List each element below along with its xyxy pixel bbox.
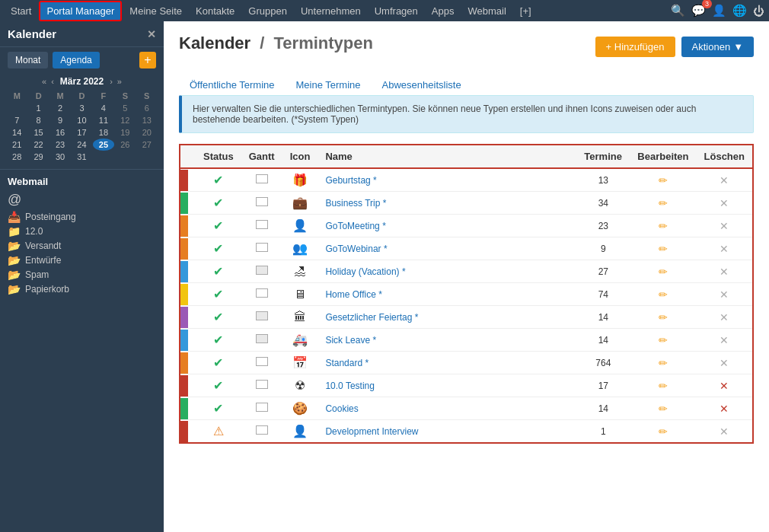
row-edit-button-1[interactable]: ✏: [630, 192, 696, 215]
row-name-3[interactable]: GoToWebinar *: [317, 237, 576, 260]
cal-day-13[interactable]: 13: [136, 114, 158, 126]
row-delete-button-0[interactable]: ✕: [697, 168, 753, 192]
nav-portal-manager[interactable]: Portal Manager: [39, 1, 122, 21]
cal-day-7[interactable]: 7: [6, 114, 27, 126]
cal-day-30[interactable]: 30: [49, 151, 71, 163]
cal-day-1[interactable]: 1: [27, 102, 49, 114]
add-calendar-event-button[interactable]: +: [139, 52, 156, 68]
row-edit-button-7[interactable]: ✏: [630, 329, 696, 352]
row-delete-button-9[interactable]: ✕: [697, 374, 753, 397]
nav-unternehmen[interactable]: Unternehmen: [295, 2, 367, 20]
cal-day-11[interactable]: 11: [93, 114, 114, 126]
row-delete-button-5[interactable]: ✕: [697, 283, 753, 306]
cal-day-16[interactable]: 16: [49, 126, 71, 139]
row-name-7[interactable]: Sick Leave *: [317, 329, 576, 352]
mail-item-papierkorb[interactable]: 📂 Papierkorb: [8, 283, 156, 295]
globe-icon[interactable]: 🌐: [732, 4, 747, 18]
cal-day-2[interactable]: 2: [49, 102, 71, 114]
row-edit-button-2[interactable]: ✏: [630, 215, 696, 237]
row-name-0[interactable]: Geburtstag *: [317, 168, 576, 192]
nav-start[interactable]: Start: [5, 2, 37, 20]
nav-plus[interactable]: [+]: [514, 2, 538, 20]
row-delete-button-6[interactable]: ✕: [697, 306, 753, 329]
row-edit-button-4[interactable]: ✏: [630, 260, 696, 283]
cal-day-5[interactable]: 5: [114, 102, 136, 114]
row-delete-button-10[interactable]: ✕: [697, 397, 753, 420]
cal-day-21[interactable]: 21: [6, 139, 27, 151]
notifications-icon[interactable]: 💬3: [691, 4, 706, 18]
cal-day-6[interactable]: 6: [136, 102, 158, 114]
next-month-button[interactable]: ›: [108, 77, 114, 86]
cal-day-23[interactable]: 23: [49, 139, 71, 151]
row-delete-button-8[interactable]: ✕: [697, 352, 753, 374]
nav-webmail[interactable]: Webmail: [461, 2, 512, 20]
row-edit-button-11[interactable]: ✏: [630, 420, 696, 444]
row-name-4[interactable]: Holiday (Vacation) *: [317, 260, 576, 283]
cal-day-25[interactable]: 25: [93, 139, 114, 151]
cal-day-31[interactable]: 31: [71, 151, 92, 163]
row-delete-button-7[interactable]: ✕: [697, 329, 753, 352]
nav-apps[interactable]: Apps: [426, 2, 461, 20]
power-icon[interactable]: ⏻: [753, 5, 764, 18]
tab-offentliche-termine[interactable]: Öffentliche Termine: [179, 75, 286, 95]
cal-day-14[interactable]: 14: [6, 126, 27, 139]
mail-item-posteingang[interactable]: 📥 Posteingang: [8, 211, 156, 223]
cal-day-12[interactable]: 12: [114, 114, 136, 126]
nav-meine-seite[interactable]: Meine Seite: [123, 2, 188, 20]
cal-day-22[interactable]: 22: [27, 139, 49, 151]
search-icon[interactable]: 🔍: [671, 4, 685, 18]
row-edit-button-10[interactable]: ✏: [630, 397, 696, 420]
cal-day-17[interactable]: 17: [71, 126, 92, 139]
prev-month-button[interactable]: ‹: [49, 77, 56, 86]
sidebar-close-button[interactable]: ✕: [147, 28, 156, 40]
row-name-9[interactable]: 10.0 Testing: [317, 374, 576, 397]
user-icon[interactable]: 👤: [712, 4, 726, 18]
month-view-button[interactable]: Monat: [8, 52, 48, 68]
row-name-5[interactable]: Home Office *: [317, 283, 576, 306]
row-edit-button-0[interactable]: ✏: [630, 168, 696, 192]
row-name-6[interactable]: Gesetzlicher Feiertag *: [317, 306, 576, 329]
row-name-8[interactable]: Standard *: [317, 352, 576, 374]
cal-day-28[interactable]: 28: [6, 151, 27, 163]
cal-day-9[interactable]: 9: [49, 114, 71, 126]
tab-abwesenheitsliste[interactable]: Abwesenheitsliste: [372, 75, 472, 95]
mail-item-entw[interactable]: 📂 Entwürfe: [8, 254, 156, 266]
cal-day-18[interactable]: 18: [93, 126, 114, 139]
cal-day-4[interactable]: 4: [93, 102, 114, 114]
row-delete-button-2[interactable]: ✕: [697, 215, 753, 237]
cal-day-15[interactable]: 15: [27, 126, 49, 139]
row-delete-button-4[interactable]: ✕: [697, 260, 753, 283]
row-delete-button-1[interactable]: ✕: [697, 192, 753, 215]
row-edit-button-5[interactable]: ✏: [630, 283, 696, 306]
next-next-month-button[interactable]: »: [116, 77, 123, 86]
row-edit-button-9[interactable]: ✏: [630, 374, 696, 397]
cal-day-3[interactable]: 3: [71, 102, 92, 114]
cal-day-24[interactable]: 24: [71, 139, 92, 151]
row-edit-button-6[interactable]: ✏: [630, 306, 696, 329]
cal-day-20[interactable]: 20: [136, 126, 158, 139]
row-name-10[interactable]: Cookies: [317, 397, 576, 420]
mail-item-versandt[interactable]: 📂 Versandt: [8, 240, 156, 252]
row-name-2[interactable]: GoToMeeting *: [317, 215, 576, 237]
row-name-1[interactable]: Business Trip *: [317, 192, 576, 215]
cal-day-19[interactable]: 19: [114, 126, 136, 139]
row-delete-button-3[interactable]: ✕: [697, 237, 753, 260]
row-edit-button-8[interactable]: ✏: [630, 352, 696, 374]
mail-item-spam[interactable]: 📂 Spam: [8, 269, 156, 281]
row-edit-button-3[interactable]: ✏: [630, 237, 696, 260]
agenda-view-button[interactable]: Agenda: [53, 52, 99, 68]
nav-kontakte[interactable]: Kontakte: [190, 2, 241, 20]
cal-day-29[interactable]: 29: [27, 151, 49, 163]
actions-button[interactable]: Aktionen ▼: [681, 37, 754, 57]
row-delete-button-11[interactable]: ✕: [697, 420, 753, 444]
nav-gruppen[interactable]: Gruppen: [242, 2, 293, 20]
row-name-11[interactable]: Development Interview: [317, 420, 576, 444]
cal-day-8[interactable]: 8: [27, 114, 49, 126]
cal-day-10[interactable]: 10: [71, 114, 92, 126]
add-button[interactable]: + Hinzufügen: [595, 37, 675, 57]
prev-prev-month-button[interactable]: «: [40, 77, 48, 86]
nav-umfragen[interactable]: Umfragen: [369, 2, 424, 20]
mail-item-12[interactable]: 📁 12.0: [8, 225, 156, 237]
cal-day-26[interactable]: 26: [114, 139, 136, 151]
tab-meine-termine[interactable]: Meine Termine: [286, 75, 372, 95]
